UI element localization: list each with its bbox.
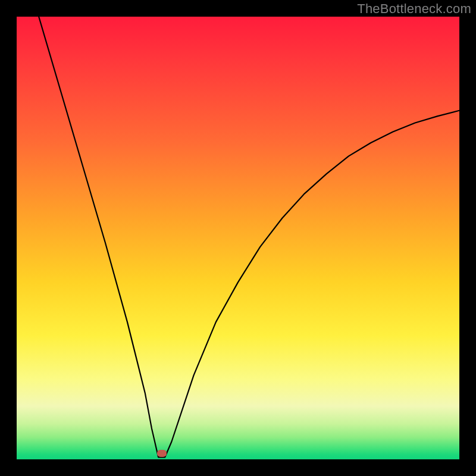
bottleneck-curve bbox=[17, 17, 459, 459]
chart-container: TheBottleneck.com bbox=[0, 0, 476, 476]
optimal-point-marker bbox=[157, 450, 167, 457]
watermark-text: TheBottleneck.com bbox=[357, 1, 471, 17]
plot-area bbox=[17, 17, 459, 459]
curve-path bbox=[39, 17, 459, 457]
